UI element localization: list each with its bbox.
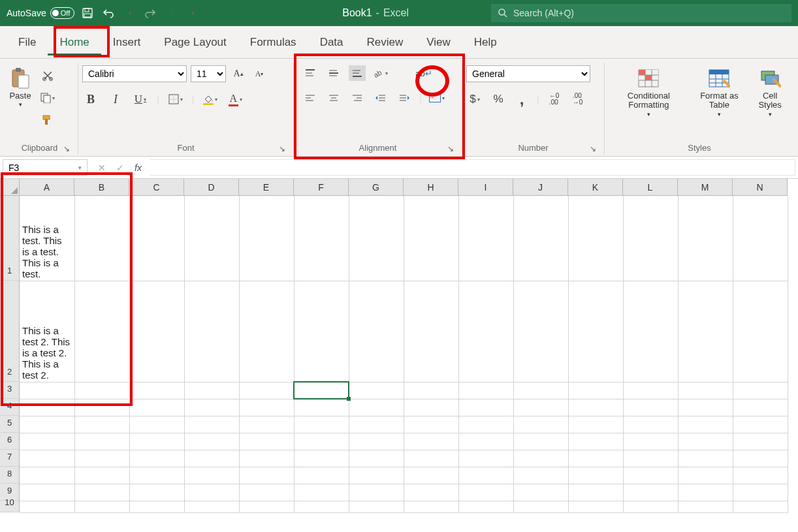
cell-C2[interactable] [129, 281, 184, 382]
cell-N1[interactable] [733, 196, 788, 281]
cell-L5[interactable] [623, 416, 678, 433]
cell-K9[interactable] [568, 484, 623, 501]
cell-M8[interactable] [678, 467, 733, 484]
number-launcher[interactable]: ↘ [590, 144, 599, 153]
cell-H1[interactable] [404, 196, 458, 281]
col-header-F[interactable]: F [294, 179, 349, 196]
percent-button[interactable]: % [490, 91, 507, 107]
cell-D4[interactable] [184, 399, 239, 416]
cell-B5[interactable] [74, 416, 129, 433]
cell-H3[interactable] [404, 382, 458, 399]
decrease-font-icon[interactable]: A▾ [251, 66, 268, 82]
cell-N7[interactable] [733, 450, 788, 467]
cell-C5[interactable] [129, 416, 184, 433]
cell-G2[interactable] [349, 281, 404, 382]
cut-icon[interactable] [39, 68, 56, 84]
cell-E1[interactable] [239, 196, 294, 281]
col-header-H[interactable]: H [404, 179, 458, 196]
cell-M10[interactable] [678, 501, 733, 512]
cell-L1[interactable] [623, 196, 678, 281]
cell-M7[interactable] [678, 450, 733, 467]
cell-L2[interactable] [623, 281, 678, 382]
cell-C7[interactable] [129, 450, 184, 467]
cell-G7[interactable] [349, 450, 404, 467]
cell-E8[interactable] [239, 467, 294, 484]
name-box[interactable]: F3 ▾ [3, 159, 88, 176]
cell-F9[interactable] [294, 484, 349, 501]
row-header-1[interactable]: 1 [0, 196, 20, 281]
cell-I9[interactable] [458, 484, 513, 501]
cell-K8[interactable] [568, 467, 623, 484]
row-header-10[interactable]: 10 [0, 501, 20, 512]
cell-I3[interactable] [458, 382, 513, 399]
cell-L9[interactable] [623, 484, 678, 501]
cell-G9[interactable] [349, 484, 404, 501]
cell-E10[interactable] [239, 501, 294, 512]
cell-D6[interactable] [184, 433, 239, 450]
format-as-table-button[interactable]: Format as Table ▾ [690, 65, 749, 119]
cell-M2[interactable] [678, 281, 733, 382]
format-painter-icon[interactable] [39, 112, 56, 128]
cell-K4[interactable] [568, 399, 623, 416]
cell-F8[interactable] [294, 467, 349, 484]
cell-B1[interactable] [74, 196, 129, 281]
cell-H5[interactable] [404, 416, 458, 433]
enter-icon[interactable]: ✓ [116, 163, 124, 173]
cell-E9[interactable] [239, 484, 294, 501]
cell-I4[interactable] [458, 399, 513, 416]
cell-C6[interactable] [129, 433, 184, 450]
cell-N8[interactable] [733, 467, 788, 484]
cell-I1[interactable] [458, 196, 513, 281]
row-header-4[interactable]: 4 [0, 399, 20, 416]
cell-H8[interactable] [404, 467, 458, 484]
col-header-B[interactable]: B [74, 179, 129, 196]
cell-I2[interactable] [458, 281, 513, 382]
row-header-6[interactable]: 6 [0, 433, 20, 450]
cell-L4[interactable] [623, 399, 678, 416]
cell-N9[interactable] [733, 484, 788, 501]
cell-M4[interactable] [678, 399, 733, 416]
cell-E3[interactable] [239, 382, 294, 399]
borders-icon[interactable] [167, 91, 184, 107]
align-top-icon[interactable] [302, 65, 319, 81]
cell-M3[interactable] [678, 382, 733, 399]
cell-G1[interactable] [349, 196, 404, 281]
undo-icon[interactable] [101, 5, 116, 21]
cell-A10[interactable] [20, 501, 74, 512]
cell-A2[interactable]: This is a test 2. This is a test 2. This… [20, 281, 74, 382]
cell-K7[interactable] [568, 450, 623, 467]
cell-A5[interactable] [20, 416, 74, 433]
cell-J2[interactable] [513, 281, 568, 382]
col-header-E[interactable]: E [239, 179, 294, 196]
cell-F6[interactable] [294, 433, 349, 450]
select-all-corner[interactable] [0, 179, 20, 196]
cell-I8[interactable] [458, 467, 513, 484]
cell-E6[interactable] [239, 433, 294, 450]
cell-B3[interactable] [74, 382, 129, 399]
cell-M1[interactable] [678, 196, 733, 281]
merge-center-icon[interactable] [428, 90, 445, 106]
cell-C1[interactable] [129, 196, 184, 281]
cell-J8[interactable] [513, 467, 568, 484]
increase-decimal-icon[interactable]: ←0.00 [546, 91, 563, 107]
cell-C3[interactable] [129, 382, 184, 399]
row-header-5[interactable]: 5 [0, 416, 20, 433]
cell-F4[interactable] [294, 399, 349, 416]
cell-E2[interactable] [239, 281, 294, 382]
cell-J6[interactable] [513, 433, 568, 450]
cell-J1[interactable] [513, 196, 568, 281]
row-header-7[interactable]: 7 [0, 450, 20, 467]
align-center-icon[interactable] [325, 90, 342, 106]
cell-A4[interactable] [20, 399, 74, 416]
save-icon[interactable] [80, 5, 95, 21]
cell-G10[interactable] [349, 501, 404, 512]
cell-A8[interactable] [20, 467, 74, 484]
cell-K3[interactable] [568, 382, 623, 399]
cell-A3[interactable] [20, 382, 74, 399]
wrap-text-icon[interactable]: ab↵ [415, 65, 432, 81]
cell-B6[interactable] [74, 433, 129, 450]
cell-B2[interactable] [74, 281, 129, 382]
cell-I7[interactable] [458, 450, 513, 467]
currency-button[interactable]: $ [466, 91, 483, 107]
cell-N10[interactable] [733, 501, 788, 512]
